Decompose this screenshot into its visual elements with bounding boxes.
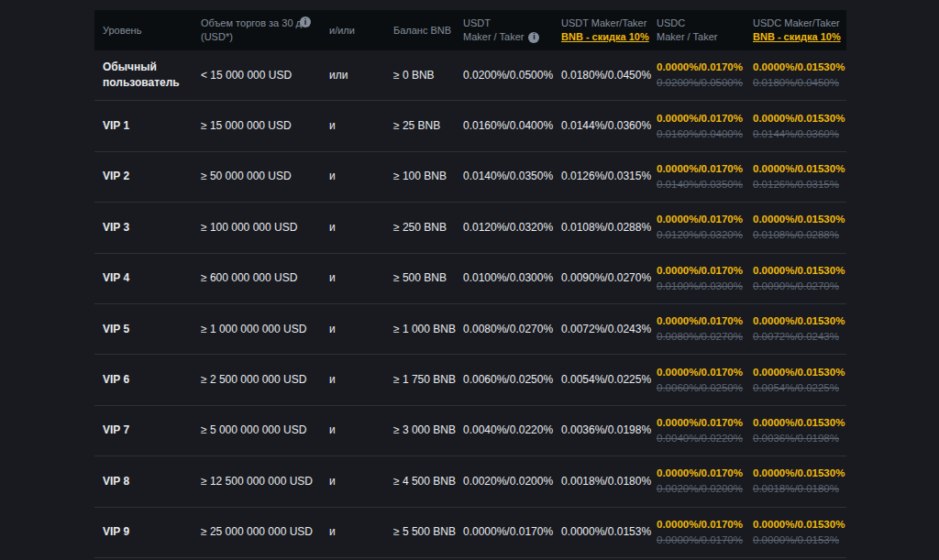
usdt-fee-cell: 0.0160%/0.0400% xyxy=(455,101,553,150)
header-level-label: Уровень xyxy=(103,24,193,38)
header-usdt-bnb-fee: USDT Maker/Taker BNB - скидка 10% xyxy=(553,10,648,50)
usdc-fee-cell: 0.0000%/0.0170% 0.0080%/0.0270% xyxy=(648,304,745,354)
usdt-bnb-fee-cell: 0.0018%/0.0180% xyxy=(553,456,648,506)
volume-cell: ≥ 15 000 000 USD xyxy=(193,101,321,150)
usdc-old-rate: 0.0020%/0.0200% xyxy=(657,481,745,497)
bnb-balance-cell: ≥ 500 BNB xyxy=(385,254,455,303)
usdc-promo-rate: 0.0000%/0.0170% xyxy=(657,161,745,177)
header-volume: Объем торгов за 30 дн. (USD*) i xyxy=(193,10,321,50)
volume-cell: ≥ 5 000 000 000 USD xyxy=(193,406,321,456)
usdc-bnb-fee-cell: 0.0000%/0.01530% 0.0036%/0.0198% xyxy=(745,406,846,456)
usdc-fee-cell: 0.0000%/0.0170% 0.0140%/0.0350% xyxy=(648,152,745,202)
usdc-bnb-old-rate: 0.0108%/0.0288% xyxy=(753,227,846,243)
usdc-fee-cell: 0.0000%/0.0170% 0.0120%/0.0320% xyxy=(648,203,745,252)
level-cell: VIP 8 xyxy=(94,456,193,506)
bnb-balance-cell: ≥ 100 BNB xyxy=(385,152,455,202)
info-icon[interactable]: i xyxy=(300,16,311,27)
usdt-fee-cell: 0.0200%/0.0500% xyxy=(455,50,553,100)
level-cell: VIP 7 xyxy=(94,406,193,456)
volume-cell: ≥ 25 000 000 000 USD xyxy=(193,508,321,557)
usdc-bnb-promo-rate: 0.0000%/0.01530% xyxy=(753,517,846,533)
andor-cell: и xyxy=(321,203,385,252)
usdc-bnb-fee-cell: 0.0000%/0.01530% 0.0018%/0.0180% xyxy=(745,456,846,506)
usdt-bnb-discount-link[interactable]: BNB - скидка 10% xyxy=(561,30,648,44)
usdt-fee-cell: 0.0100%/0.0300% xyxy=(455,254,553,303)
usdc-bnb-fee-cell: 0.0000%/0.01530% 0.0054%/0.0225% xyxy=(745,355,846,404)
volume-cell: ≥ 2 500 000 000 USD xyxy=(193,355,321,404)
usdc-bnb-old-rate: 0.0072%/0.0243% xyxy=(753,329,846,345)
bnb-balance-cell: ≥ 4 500 BNB xyxy=(385,456,455,506)
usdt-fee-cell: 0.0040%/0.0220% xyxy=(455,406,553,456)
usdt-fee-cell: 0.0140%/0.0350% xyxy=(455,152,553,202)
usdc-old-rate: 0.0140%/0.0350% xyxy=(657,177,745,192)
volume-cell: ≥ 100 000 000 USD xyxy=(193,203,321,252)
usdt-bnb-fee-cell: 0.0108%/0.0288% xyxy=(553,203,648,252)
bnb-balance-cell: ≥ 1 000 BNB xyxy=(385,304,455,354)
usdc-bnb-old-rate: 0.0090%/0.0270% xyxy=(753,279,846,294)
usdc-bnb-fee-cell: 0.0000%/0.01530% 0.0090%/0.0270% xyxy=(745,254,846,303)
usdc-bnb-promo-rate: 0.0000%/0.01530% xyxy=(753,212,846,227)
table-row: VIP 4 ≥ 600 000 000 USD и ≥ 500 BNB 0.01… xyxy=(94,254,846,304)
header-usdt-line1: USDT xyxy=(463,16,553,30)
level-cell: VIP 6 xyxy=(94,355,193,404)
volume-cell: ≥ 50 000 000 USD xyxy=(193,152,321,202)
usdc-promo-rate: 0.0000%/0.0170% xyxy=(657,313,745,329)
usdt-fee-cell: 0.0060%/0.0250% xyxy=(455,355,553,404)
usdc-promo-rate: 0.0000%/0.0170% xyxy=(657,212,745,227)
table-row: VIP 1 ≥ 15 000 000 USD и ≥ 25 BNB 0.0160… xyxy=(94,101,846,151)
bnb-balance-cell: ≥ 250 BNB xyxy=(385,203,455,252)
usdc-bnb-promo-rate: 0.0000%/0.01530% xyxy=(753,60,846,75)
usdt-bnb-fee-cell: 0.0036%/0.0198% xyxy=(553,406,648,456)
usdc-bnb-fee-cell: 0.0000%/0.01530% 0.0072%/0.0243% xyxy=(745,304,846,354)
level-cell: VIP 1 xyxy=(94,101,193,150)
table-row: VIP 5 ≥ 1 000 000 000 USD и ≥ 1 000 BNB … xyxy=(94,304,846,355)
usdc-fee-cell: 0.0000%/0.0170% 0.0040%/0.0220% xyxy=(648,406,745,456)
level-cell: Обычный пользователь xyxy=(94,50,193,100)
usdc-fee-cell: 0.0000%/0.0170% 0.0200%/0.0500% xyxy=(648,50,745,100)
usdt-bnb-fee-cell: 0.0000%/0.0153% xyxy=(553,508,648,557)
bnb-balance-cell: ≥ 0 BNB xyxy=(385,50,455,100)
usdc-old-rate: 0.0100%/0.0300% xyxy=(657,279,745,294)
andor-cell: и xyxy=(321,254,385,303)
level-cell: VIP 5 xyxy=(94,304,193,354)
andor-cell: и xyxy=(321,508,385,557)
volume-cell: < 15 000 000 USD xyxy=(193,50,321,100)
usdc-old-rate: 0.0200%/0.0500% xyxy=(657,75,745,91)
level-cell: VIP 4 xyxy=(94,254,193,303)
usdc-bnb-old-rate: 0.0000%/0.0153% xyxy=(753,533,846,548)
usdc-bnb-promo-rate: 0.0000%/0.01530% xyxy=(753,466,846,481)
header-usdc-line1: USDC xyxy=(657,16,745,30)
usdc-fee-cell: 0.0000%/0.0170% 0.0100%/0.0300% xyxy=(648,254,745,303)
usdc-bnb-old-rate: 0.0054%/0.0225% xyxy=(753,380,846,396)
volume-cell: ≥ 12 500 000 000 USD xyxy=(193,456,321,506)
header-andor: и/или xyxy=(321,10,385,50)
usdc-promo-rate: 0.0000%/0.0170% xyxy=(657,466,745,481)
volume-cell: ≥ 600 000 000 USD xyxy=(193,254,321,303)
usdt-fee-cell: 0.0120%/0.0320% xyxy=(455,203,553,252)
usdc-bnb-promo-rate: 0.0000%/0.01530% xyxy=(753,415,846,431)
usdc-bnb-discount-link[interactable]: BNB - скидка 10% xyxy=(753,30,846,44)
fee-tier-table: Уровень Объем торгов за 30 дн. (USD*) i … xyxy=(94,10,846,558)
header-andor-label: и/или xyxy=(329,24,385,38)
info-icon[interactable]: i xyxy=(528,32,539,43)
usdt-bnb-fee-cell: 0.0126%/0.0315% xyxy=(553,152,648,202)
usdt-bnb-fee-cell: 0.0090%/0.0270% xyxy=(553,254,648,303)
usdc-bnb-promo-rate: 0.0000%/0.01530% xyxy=(753,313,846,329)
usdc-bnb-fee-cell: 0.0000%/0.01530% 0.0000%/0.0153% xyxy=(745,508,846,557)
bnb-balance-cell: ≥ 5 500 BNB xyxy=(385,508,455,557)
usdc-bnb-old-rate: 0.0018%/0.0180% xyxy=(753,481,846,497)
bnb-balance-cell: ≥ 3 000 BNB xyxy=(385,406,455,456)
usdc-fee-cell: 0.0000%/0.0170% 0.0020%/0.0200% xyxy=(648,456,745,506)
andor-cell: и xyxy=(321,101,385,150)
volume-cell: ≥ 1 000 000 000 USD xyxy=(193,304,321,354)
usdc-promo-rate: 0.0000%/0.0170% xyxy=(657,415,745,431)
usdc-old-rate: 0.0000%/0.0170% xyxy=(657,533,745,548)
table-row: VIP 3 ≥ 100 000 000 USD и ≥ 250 BNB 0.01… xyxy=(94,203,846,253)
usdc-promo-rate: 0.0000%/0.0170% xyxy=(657,365,745,380)
andor-cell: и xyxy=(321,355,385,404)
usdt-bnb-fee-cell: 0.0180%/0.0450% xyxy=(553,50,648,100)
usdt-fee-cell: 0.0000%/0.0170% xyxy=(455,508,553,557)
bnb-balance-cell: ≥ 1 750 BNB xyxy=(385,355,455,404)
usdc-promo-rate: 0.0000%/0.0170% xyxy=(657,517,745,533)
usdt-fee-cell: 0.0080%/0.0270% xyxy=(455,304,553,354)
